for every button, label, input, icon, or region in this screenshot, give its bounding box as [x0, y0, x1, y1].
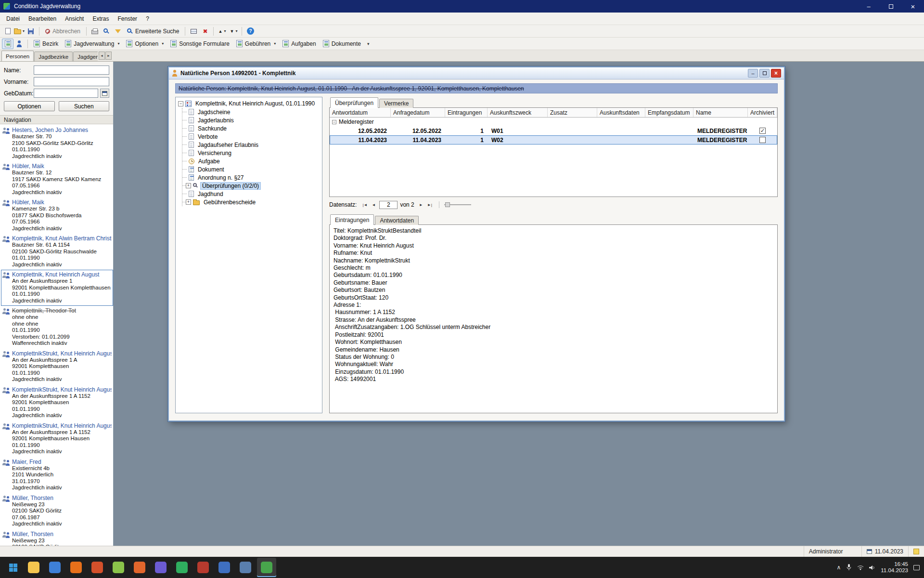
child-titlebar[interactable]: Natürliche Person 14992001 - Komplettnik… [169, 67, 784, 79]
person-name[interactable]: Komplettnik, Knut Heinrich August [12, 271, 112, 278]
name-input[interactable] [34, 66, 109, 75]
person-list-item[interactable]: KomplettnikStrukt, Knut Heinrich AugustA… [1, 349, 113, 385]
person-name[interactable]: KomplettnikStrukt, Knut Heinrich August [12, 386, 112, 393]
group-collapse-icon[interactable]: − [332, 120, 336, 124]
tree-item[interactable]: Jagderlaubnis [182, 116, 321, 124]
print-icon[interactable] [89, 26, 101, 37]
person-list-item[interactable]: KomplettnikStrukt, Knut Heinrich AugustA… [1, 385, 113, 421]
taskbar-app-planner-blue[interactable] [215, 558, 234, 577]
person-name[interactable]: Müller, Thorsten [12, 531, 112, 538]
sort-down-icon[interactable]: ▼▾ [228, 26, 239, 37]
grid-column-header[interactable]: Auskunftsdaten [597, 108, 645, 117]
archiviert-checkbox[interactable] [759, 137, 766, 143]
vorname-input[interactable] [34, 77, 109, 86]
help-icon[interactable]: ? [244, 26, 256, 37]
toolbar-overflow-icon[interactable]: ▾ [364, 41, 372, 46]
tab-vermerke[interactable]: Vermerke [379, 99, 413, 108]
taskbar-app-notes-green[interactable] [109, 558, 128, 577]
erweiterte-suche-button[interactable]: Erweiterte Suche [124, 26, 182, 37]
taskbar-app-diamond-green[interactable] [172, 558, 192, 577]
menu-item-ansicht[interactable]: Ansicht [61, 14, 88, 24]
maximize-icon[interactable] [880, 0, 902, 13]
archiviert-checkbox[interactable]: ✓ [759, 128, 766, 134]
taskbar-clock[interactable]: 16:45 11.04.2023 [881, 561, 908, 574]
tree-item[interactable]: Jagdhund [182, 190, 321, 198]
grid-column-header[interactable]: Zusatz [548, 108, 597, 117]
grid-column-header[interactable]: Name [693, 108, 748, 117]
tab-jagdbezirke[interactable]: Jagdbezirke [34, 52, 73, 61]
tree-item[interactable]: +Überprüfungen (0/2/0) [182, 182, 321, 190]
person-name[interactable]: Komplettnik, Theodor Tot [12, 307, 112, 314]
tree-item[interactable]: Jagdscheine [182, 108, 321, 116]
toolbar-button-sonstige-formulare[interactable]: Sonstige Formulare [167, 39, 233, 49]
taskbar-app-condition-jagdverwaltung[interactable] [257, 558, 276, 577]
open-folder-icon[interactable]: ▾ [13, 26, 25, 37]
prev-record-button[interactable]: ◄ [369, 201, 378, 209]
person-list-item[interactable]: Komplettnik, Knut Heinrich AugustAn der … [1, 270, 113, 306]
delete-icon[interactable]: ✖ [199, 26, 211, 37]
tab-eintragungen[interactable]: Eintragungen [330, 214, 374, 225]
taskbar-app-file-explorer[interactable] [24, 558, 43, 577]
tree-item[interactable]: Jagdaufseher Erlaubnis [182, 141, 321, 149]
menu-item-extras[interactable]: Extras [88, 14, 113, 24]
toolbar-button-aufgaben[interactable]: Aufgaben [279, 39, 319, 49]
tree-item[interactable]: Versicherung [182, 149, 321, 157]
microphone-icon[interactable] [846, 564, 852, 571]
tab-personen[interactable]: Personen [1, 51, 34, 61]
expand-icon[interactable]: + [186, 199, 191, 205]
first-record-button[interactable]: |◄ [360, 201, 369, 209]
start-button[interactable] [3, 558, 23, 577]
toolbar-button-optionen[interactable]: Optionen▾ [123, 39, 167, 49]
taskbar-app-grid-orange[interactable] [130, 558, 149, 577]
optionen-button[interactable]: Optionen [4, 101, 55, 111]
person-list-item[interactable]: Müller, ThorstenNeißeweg 2302100 SAKD Gö… [1, 529, 113, 546]
grid-column-header[interactable]: Anfragedatum [391, 108, 445, 117]
suchen-button[interactable]: Suchen [59, 101, 110, 111]
person-list-item[interactable]: KomplettnikStrukt, Knut Heinrich AugustA… [1, 421, 113, 457]
taskbar-app-tool-blue[interactable] [236, 558, 255, 577]
abbrechen-button[interactable]: Abbrechen [42, 26, 84, 37]
person-list-item[interactable]: Müller, ThorstenNeißeweg 2302100 SAKD Gö… [1, 493, 113, 529]
person-name[interactable]: KomplettnikStrukt, Knut Heinrich August [12, 422, 112, 429]
child-close-icon[interactable]: × [771, 69, 781, 78]
person-list-item[interactable]: Maier, FredExistiernicht 4b2101 Wunderli… [1, 457, 113, 493]
tree-item[interactable]: Anordnung n. §27 [182, 173, 321, 182]
person-name[interactable]: KomplettnikStrukt, Knut Heinrich August [12, 350, 112, 357]
table-icon[interactable] [188, 26, 199, 37]
person-list-item[interactable]: Hübler, MaikKamenzer Str. 23 b01877 SAKD… [1, 197, 113, 234]
menu-item-datei[interactable]: Datei [2, 14, 24, 24]
gebdatum-input[interactable] [34, 89, 98, 98]
grid-column-header[interactable]: Archiviert [748, 108, 777, 117]
filter-icon[interactable] [112, 26, 124, 37]
taskbar-app-browser-orange[interactable] [66, 558, 86, 577]
grid-column-header[interactable]: Antwortdatum [330, 108, 391, 117]
tree-item[interactable]: +Gebührenbescheide [182, 198, 321, 206]
person-list-item[interactable]: Komplettnik, Knut Alwin Bertram Christia… [1, 234, 113, 270]
grid-column-header[interactable]: Auskunftszweck [488, 108, 548, 117]
minimize-icon[interactable]: – [858, 0, 880, 13]
toolbar-button-jagdverwaltung[interactable]: Jagdverwaltung▾ [62, 39, 123, 49]
notification-icon[interactable] [913, 565, 920, 570]
taskbar-app-editor-red[interactable] [88, 558, 107, 577]
wifi-icon[interactable] [857, 565, 864, 570]
person-name[interactable]: Hübler, Maik [12, 163, 112, 170]
toolbar-button-dokumente[interactable]: Dokumente [320, 39, 364, 49]
grid-group-row[interactable]: − Melderegister [330, 118, 777, 126]
person-name[interactable]: Maier, Fred [12, 459, 112, 465]
taskbar-app-browser-blue[interactable] [45, 558, 64, 577]
tab-jagdgenossen[interactable]: Jagdgenossen... [73, 52, 98, 61]
person-name[interactable]: Müller, Thorsten [12, 495, 112, 501]
person-name[interactable]: Komplettnik, Knut Alwin Bertram Christia… [12, 235, 112, 242]
grid-column-header[interactable]: Eintragungen [445, 108, 488, 117]
tab-uberprufungen[interactable]: Überprüfungen [330, 97, 378, 108]
new-document-icon[interactable] [2, 26, 13, 37]
collapse-icon[interactable]: − [178, 101, 183, 106]
menu-item-fenster[interactable]: Fenster [113, 14, 141, 24]
toolbar-button-bezirk[interactable]: Bezirk [30, 39, 62, 49]
expand-icon[interactable]: + [186, 183, 191, 188]
person-form-icon[interactable] [2, 39, 13, 49]
person-list-item[interactable]: Hesters, Jochen Jo JohannesBautzner Str.… [1, 125, 113, 161]
tree-item[interactable]: Dokument [182, 165, 321, 173]
tab-scroll-left-icon[interactable]: ◄ [99, 52, 105, 60]
tree-item[interactable]: Verbote [182, 132, 321, 141]
